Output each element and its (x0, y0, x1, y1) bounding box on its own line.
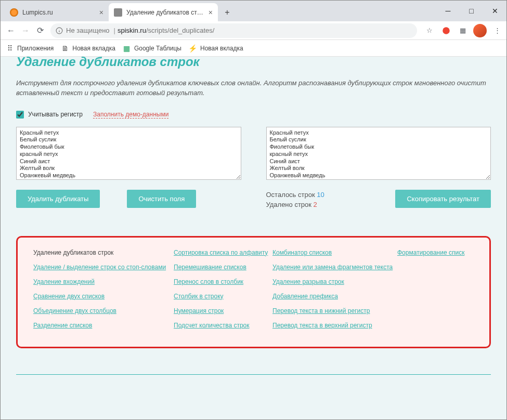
close-icon[interactable]: × (99, 8, 103, 17)
tool-link[interactable]: Нумерация строк (174, 307, 272, 314)
tool-link[interactable]: Столбик в строку (174, 293, 272, 300)
back-button[interactable]: ← (4, 23, 18, 38)
lines-removed: 2 (314, 201, 317, 208)
copy-result-button[interactable]: Скопировать результат (395, 190, 491, 208)
browser-tab-lumpics[interactable]: Lumpics.ru × (5, 3, 109, 21)
sheets-icon: ▦ (123, 44, 131, 52)
bookmark-star-icon[interactable]: ☆ (423, 24, 436, 37)
current-tool-label: Удаление дубликатов строк (33, 249, 174, 256)
apps-icon: ⠿ (6, 44, 14, 52)
demo-data-link[interactable]: Заполнить демо-данными (93, 111, 168, 119)
tool-link[interactable]: Комбинатор списков (272, 249, 397, 256)
browser-tabs: Lumpics.ru × Удаление дубликатов строк -… (5, 3, 235, 21)
page-title: Удаление дубликатов строк (16, 57, 491, 69)
tool-link[interactable]: Перевод текста в верхний регистр (272, 322, 397, 329)
page-content: Удаление дубликатов строк Инструмент для… (1, 57, 506, 420)
textarea-row (16, 127, 491, 181)
tool-link[interactable]: Сортировка списка по алфавиту (174, 249, 272, 256)
url-path: /scripts/del_duplicates/ (146, 27, 215, 34)
checkbox-input[interactable] (16, 111, 24, 119)
output-textarea[interactable] (266, 127, 491, 180)
apps-button[interactable]: ⠿ Приложения (6, 44, 54, 52)
stats-block: Осталось строк 10 Удалено строк 2 (266, 190, 380, 210)
tool-link[interactable]: Удаление разрыва строк (272, 278, 397, 285)
tool-link[interactable]: Сравнение двух списков (33, 293, 174, 300)
lines-remaining: 10 (317, 191, 324, 199)
extension-icon[interactable]: ▦ (457, 24, 469, 37)
new-tab-button[interactable]: + (220, 5, 235, 20)
bookmark-item[interactable]: ⚡ Новая вкладка (189, 44, 243, 52)
toolbar-actions: ☆ ▦ ⋮ (423, 24, 503, 37)
tab-label: Lumpics.ru (22, 9, 96, 16)
bookmark-item[interactable]: ▦ Google Таблицы (123, 44, 181, 52)
related-tools-box: Удаление дубликатов строк Сортировка спи… (16, 236, 491, 348)
profile-avatar[interactable] (473, 24, 487, 37)
lightning-icon: ⚡ (189, 44, 197, 52)
svg-point-3 (443, 27, 450, 34)
browser-toolbar: ← → ⟳ Не защищено | spiskin.ru/scripts/d… (1, 21, 506, 40)
extension-icon[interactable] (440, 24, 452, 37)
page-icon: 🗎 (61, 44, 69, 52)
minimize-button[interactable]: ─ (436, 1, 460, 21)
tool-link[interactable]: Форматирование списк (397, 249, 474, 256)
browser-tab-spiskin[interactable]: Удаление дубликатов строк - уд × (109, 3, 218, 21)
input-textarea[interactable] (16, 127, 241, 180)
tool-link[interactable]: Удаление или замена фрагментов текста (272, 264, 397, 271)
close-window-button[interactable]: ✕ (483, 1, 506, 21)
info-icon (56, 27, 63, 34)
clear-fields-button[interactable]: Очистить поля (127, 190, 196, 208)
remove-duplicates-button[interactable]: Удалить дубликаты (16, 190, 100, 208)
url-domain: spiskin.ru (118, 27, 146, 34)
tool-link[interactable]: Объединение двух столбцов (33, 307, 174, 314)
button-row: Удалить дубликаты Очистить поля Осталось… (16, 190, 491, 210)
reload-button[interactable]: ⟳ (33, 23, 47, 38)
tool-link[interactable]: Перемешивание списков (174, 264, 272, 271)
bookmarks-bar: ⠿ Приложения 🗎 Новая вкладка ▦ Google Та… (1, 40, 506, 57)
browser-titlebar: Lumpics.ru × Удаление дубликатов строк -… (1, 1, 506, 21)
tool-link[interactable]: Перевод текста в нижний регистр (272, 307, 397, 314)
window-controls: ─ □ ✕ (436, 1, 506, 21)
page-description: Инструмент для построчного удаления дубл… (16, 78, 491, 98)
address-bar[interactable]: Не защищено | spiskin.ru/scripts/del_dup… (50, 23, 417, 38)
case-sensitive-checkbox[interactable]: Учитывать регистр (16, 111, 83, 119)
tool-link[interactable]: Подсчет количества строк (174, 322, 272, 329)
close-icon[interactable]: × (209, 8, 213, 17)
links-grid: Удаление дубликатов строк Сортировка спи… (33, 249, 474, 329)
bookmark-item[interactable]: 🗎 Новая вкладка (61, 44, 115, 52)
tool-link[interactable]: Удаление вхождений (33, 278, 174, 285)
menu-icon[interactable]: ⋮ (491, 24, 503, 37)
favicon-icon (114, 8, 122, 17)
tool-link[interactable]: Добавление префикса (272, 293, 397, 300)
maximize-button[interactable]: □ (460, 1, 483, 21)
security-status: Не защищено (66, 27, 110, 34)
favicon-icon (10, 8, 18, 17)
tool-link[interactable]: Разделение списков (33, 322, 174, 329)
tab-label: Удаление дубликатов строк - уд (126, 9, 205, 16)
tool-link[interactable]: Удаление / выделение строк со стоп-слова… (33, 264, 174, 271)
section-divider (16, 374, 491, 375)
forward-button[interactable]: → (18, 23, 33, 38)
tool-link[interactable]: Перенос слов в столбик (174, 278, 272, 285)
controls-row: Учитывать регистр Заполнить демо-данными (16, 111, 491, 119)
